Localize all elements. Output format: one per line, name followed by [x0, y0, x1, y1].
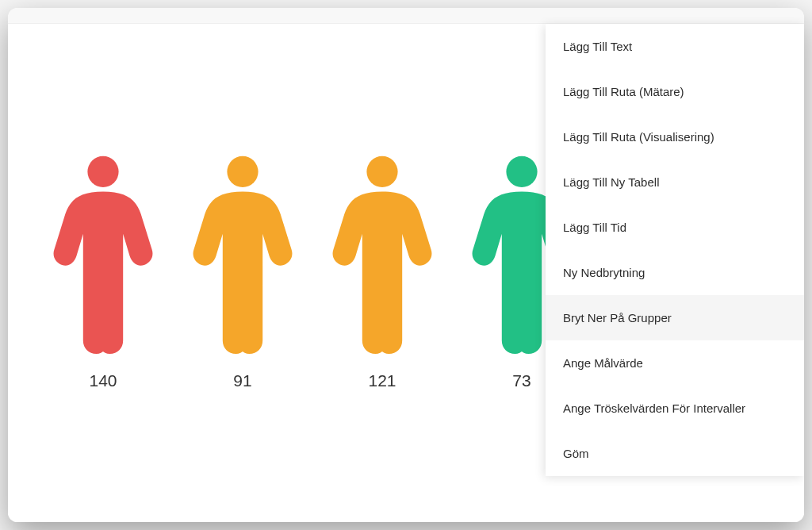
person-figure: 140: [48, 151, 159, 390]
context-menu: Lägg Till Text Lägg Till Ruta (Mätare) L…: [546, 24, 804, 476]
person-value: 91: [233, 371, 251, 390]
menu-item-add-time[interactable]: Lägg Till Tid: [546, 205, 804, 250]
svg-point-0: [87, 156, 118, 187]
person-icon: [48, 151, 159, 360]
person-icon: [187, 151, 298, 360]
person-value: 140: [89, 371, 117, 390]
svg-point-3: [506, 156, 537, 187]
menu-item-set-target[interactable]: Ange Målvärde: [546, 340, 804, 386]
content-area: 140 91: [8, 24, 804, 522]
top-bar: [8, 8, 804, 24]
app-container: 140 91: [0, 0, 812, 530]
menu-item-new-breakdown[interactable]: Ny Nedbrytning: [546, 250, 804, 295]
menu-item-add-new-table[interactable]: Lägg Till Ny Tabell: [546, 159, 804, 205]
menu-item-break-down-groups[interactable]: Bryt Ner På Grupper: [546, 295, 804, 340]
person-icon: [327, 151, 438, 360]
menu-item-add-text[interactable]: Lägg Till Text: [546, 24, 804, 69]
menu-item-set-thresholds[interactable]: Ange Tröskelvärden För Intervaller: [546, 386, 804, 431]
person-value: 73: [512, 371, 530, 390]
main-panel: 140 91: [8, 8, 804, 522]
person-figure: 91: [187, 151, 298, 390]
person-figure: 121: [327, 151, 438, 390]
menu-item-add-box-visualization[interactable]: Lägg Till Ruta (Visualisering): [546, 114, 804, 159]
menu-item-add-box-gauge[interactable]: Lägg Till Ruta (Mätare): [546, 69, 804, 114]
menu-item-hide[interactable]: Göm: [546, 431, 804, 476]
svg-point-2: [366, 156, 397, 187]
svg-point-1: [227, 156, 258, 187]
person-value: 121: [368, 371, 396, 390]
